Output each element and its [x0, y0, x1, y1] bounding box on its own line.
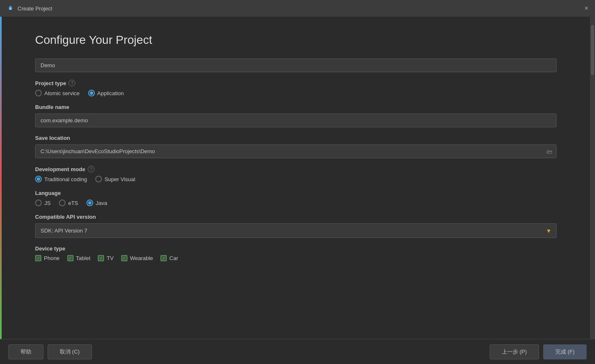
checkbox-tv-box: ✓	[98, 255, 104, 261]
api-version-label: Compatible API version	[35, 214, 557, 220]
radio-js-outer	[35, 200, 42, 206]
radio-super-visual-outer	[95, 176, 102, 182]
radio-atomic-service[interactable]: Atomic service	[35, 90, 80, 96]
save-location-label: Save location	[35, 135, 557, 141]
save-location-wrapper: 🗁	[35, 144, 557, 158]
checkbox-wearable-check: ✓	[122, 256, 126, 260]
checkbox-tablet-box: ✓	[67, 255, 74, 261]
title-bar: Create Project ×	[0, 0, 595, 17]
checkbox-phone-box: ✓	[35, 255, 41, 261]
bottom-left-buttons: 帮助 取消 (C)	[8, 344, 92, 359]
dev-mode-label: Development mode ?	[35, 166, 557, 172]
radio-application-label: Application	[97, 90, 124, 96]
project-name-input[interactable]	[35, 58, 557, 72]
radio-super-visual-label: Super Visual	[104, 176, 135, 182]
radio-traditional-outer	[35, 176, 42, 182]
project-type-help-icon[interactable]: ?	[69, 80, 75, 86]
language-group: Language JS eTS Java	[35, 190, 557, 206]
api-version-select-wrapper: SDK: API Version 7 SDK: API Version 6 SD…	[35, 223, 557, 238]
radio-java-outer	[86, 200, 93, 206]
close-button[interactable]: ×	[585, 5, 588, 12]
checkbox-wearable[interactable]: ✓ Wearable	[121, 255, 153, 261]
cancel-button[interactable]: 取消 (C)	[48, 344, 92, 359]
radio-super-visual[interactable]: Super Visual	[95, 176, 135, 182]
bottom-bar: 帮助 取消 (C) 上一步 (P) 完成 (F)	[0, 339, 595, 364]
radio-traditional[interactable]: Traditional coding	[35, 176, 87, 182]
device-type-group: Device type ✓ Phone ✓ Tablet	[35, 245, 557, 261]
project-type-group: Project type ? Atomic service Applicatio…	[35, 80, 557, 96]
checkbox-phone[interactable]: ✓ Phone	[35, 255, 60, 261]
checkbox-car[interactable]: ✓ Car	[160, 255, 178, 261]
language-label: Language	[35, 190, 557, 196]
dev-mode-radio-group: Traditional coding Super Visual	[35, 176, 557, 182]
prev-button[interactable]: 上一步 (P)	[490, 344, 539, 359]
page-title: Configure Your Project	[35, 33, 557, 47]
dev-mode-group: Development mode ? Traditional coding Su…	[35, 166, 557, 182]
device-type-checkbox-group: ✓ Phone ✓ Tablet ✓ TV	[35, 255, 557, 261]
save-location-input[interactable]	[35, 144, 557, 158]
checkbox-phone-label: Phone	[44, 255, 60, 261]
project-name-group	[35, 58, 557, 72]
radio-traditional-label: Traditional coding	[44, 176, 87, 182]
dev-mode-help-icon[interactable]: ?	[88, 166, 94, 172]
checkbox-car-check: ✓	[162, 256, 165, 260]
bundle-name-input[interactable]	[35, 114, 557, 127]
window-title: Create Project	[18, 5, 52, 12]
title-bar-left: Create Project	[7, 5, 52, 12]
radio-traditional-inner	[37, 177, 40, 181]
radio-js[interactable]: JS	[35, 200, 51, 206]
radio-application-outer	[88, 90, 95, 96]
checkbox-tablet-label: Tablet	[76, 255, 91, 261]
finish-button[interactable]: 完成 (F)	[543, 344, 587, 359]
radio-application-inner	[90, 91, 93, 95]
language-radio-group: JS eTS Java	[35, 200, 557, 206]
checkbox-tv-label: TV	[107, 255, 114, 261]
save-location-group: Save location 🗁	[35, 135, 557, 158]
radio-js-label: JS	[44, 200, 51, 206]
app-icon	[7, 5, 14, 12]
checkbox-car-label: Car	[169, 255, 178, 261]
radio-atomic-outer	[35, 90, 42, 96]
scrollbar[interactable]	[590, 17, 595, 339]
content-area: Configure Your Project Project type ? At…	[0, 17, 595, 339]
radio-atomic-label: Atomic service	[44, 90, 80, 96]
checkbox-tablet-check: ✓	[69, 256, 72, 260]
bottom-right-buttons: 上一步 (P) 完成 (F)	[490, 344, 587, 359]
checkbox-tv[interactable]: ✓ TV	[98, 255, 114, 261]
radio-java[interactable]: Java	[86, 200, 107, 206]
checkbox-tablet[interactable]: ✓ Tablet	[67, 255, 91, 261]
radio-java-inner	[88, 201, 92, 205]
api-version-select[interactable]: SDK: API Version 7 SDK: API Version 6 SD…	[35, 223, 557, 238]
api-version-group: Compatible API version SDK: API Version …	[35, 214, 557, 238]
scrollbar-thumb[interactable]	[591, 25, 594, 75]
folder-icon[interactable]: 🗁	[547, 148, 552, 155]
radio-ets-outer	[59, 200, 66, 206]
main-content: Configure Your Project Project type ? At…	[2, 17, 590, 339]
checkbox-wearable-box: ✓	[121, 255, 127, 261]
device-type-label: Device type	[35, 245, 557, 252]
create-project-window: Create Project × Configure Your Project …	[0, 0, 595, 364]
radio-java-label: Java	[96, 200, 107, 206]
checkbox-car-box: ✓	[160, 255, 167, 261]
checkbox-wearable-label: Wearable	[130, 255, 153, 261]
checkbox-tv-check: ✓	[99, 256, 103, 260]
project-type-radio-group: Atomic service Application	[35, 90, 557, 96]
project-type-label: Project type ?	[35, 80, 557, 86]
radio-ets[interactable]: eTS	[59, 200, 78, 206]
bundle-name-label: Bundle name	[35, 104, 557, 110]
bundle-name-group: Bundle name	[35, 104, 557, 127]
radio-ets-label: eTS	[68, 200, 78, 206]
help-button[interactable]: 帮助	[8, 344, 43, 359]
checkbox-phone-check: ✓	[37, 256, 40, 260]
radio-application[interactable]: Application	[88, 90, 124, 96]
